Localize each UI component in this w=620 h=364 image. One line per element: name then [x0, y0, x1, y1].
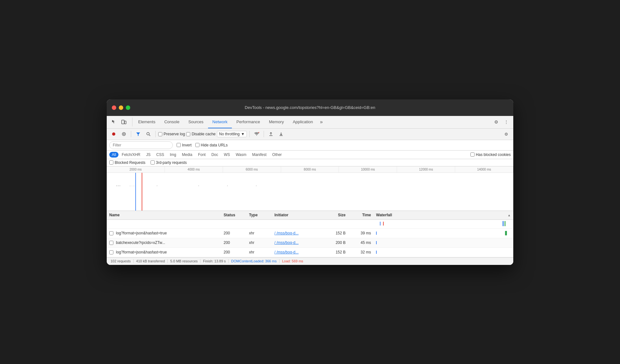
blocked-requests-option[interactable]: Blocked Requests — [109, 160, 145, 165]
record-button[interactable] — [109, 130, 118, 138]
timeline-mark-5: 10000 ms — [339, 166, 397, 172]
stop-button[interactable] — [119, 130, 128, 138]
invert-checkbox[interactable]: Invert — [177, 143, 192, 147]
maximize-button[interactable] — [126, 105, 130, 110]
more-tabs-button[interactable]: » — [317, 119, 325, 125]
header-status[interactable]: Status — [221, 213, 246, 217]
type-ws[interactable]: WS — [221, 152, 232, 158]
filter-input[interactable] — [109, 141, 173, 149]
row2-waterfall — [374, 238, 513, 247]
hide-data-urls-input[interactable] — [195, 143, 199, 147]
download-har-button[interactable] — [277, 130, 286, 138]
close-button[interactable] — [112, 105, 116, 110]
throttle-select[interactable]: No throttling ▼ — [217, 131, 247, 137]
tab-network[interactable]: Network — [208, 116, 232, 128]
type-img[interactable]: Img — [167, 152, 179, 158]
svg-line-8 — [149, 135, 150, 136]
third-party-input[interactable] — [151, 160, 155, 165]
network-toolbar: Preserve log Disable cache No throttling… — [107, 129, 513, 140]
tab-performance[interactable]: Performance — [232, 116, 264, 128]
type-manifest[interactable]: Manifest — [250, 152, 269, 158]
blocked-requests-input[interactable] — [109, 160, 113, 165]
dom-content-loaded-line — [135, 173, 136, 211]
type-other[interactable]: Other — [270, 152, 284, 158]
timeline-ruler: 2000 ms 4000 ms 6000 ms 8000 ms 10000 ms… — [107, 166, 513, 173]
hide-data-urls-checkbox[interactable]: Hide data URLs — [195, 143, 228, 147]
nav-bar: Elements Console Sources Network Perform… — [107, 116, 513, 129]
wifi-icon[interactable] — [252, 130, 261, 138]
row2-size: 200 B — [323, 240, 348, 245]
network-settings-icon[interactable]: ⚙ — [502, 130, 511, 138]
svg-point-2 — [112, 132, 115, 136]
header-type[interactable]: Type — [246, 213, 272, 217]
row2-time: 45 ms — [348, 240, 374, 245]
third-party-option[interactable]: 3rd-party requests — [151, 160, 187, 165]
has-blocked-cookies-label[interactable]: Has blocked cookies — [470, 152, 511, 157]
nav-settings: ⚙ ⋮ — [492, 118, 511, 126]
type-wasm[interactable]: Wasm — [233, 152, 249, 158]
invert-input[interactable] — [177, 143, 181, 147]
inspect-icon[interactable] — [109, 118, 118, 126]
table-row: batchexecute?rpcids=xZTw... 200 xhr / /m… — [107, 238, 513, 248]
preserve-log-checkbox[interactable]: Preserve log — [158, 132, 185, 136]
type-fetch-xhr[interactable]: Fetch/XHR — [119, 152, 143, 158]
type-doc[interactable]: Doc — [209, 152, 220, 158]
svg-rect-1 — [125, 121, 126, 124]
devtools-body: Elements Console Sources Network Perform… — [107, 116, 513, 265]
timeline-mark-1: 2000 ms — [107, 166, 165, 172]
has-blocked-cookies-input[interactable] — [470, 152, 475, 157]
header-name[interactable]: Name — [107, 213, 221, 217]
timeline-mark-6: 12000 ms — [397, 166, 455, 172]
timeline-chart[interactable]: • • • — — • • • • — [107, 173, 513, 211]
titlebar: DevTools - news.google.com/topstories?hl… — [107, 99, 513, 116]
tab-sources[interactable]: Sources — [184, 116, 208, 128]
header-waterfall[interactable]: Waterfall ▲ — [374, 213, 513, 217]
toolbar-separator-1 — [131, 131, 131, 137]
devtools-settings-icon[interactable]: ⚙ — [492, 118, 501, 126]
nav-tabs: Elements Console Sources Network Perform… — [134, 116, 492, 128]
disable-cache-checkbox[interactable]: Disable cache — [186, 132, 215, 136]
table-row: log?format=json&hasfast=true 200 xhr / /… — [107, 229, 513, 238]
type-all[interactable]: All — [109, 152, 118, 158]
tab-memory[interactable]: Memory — [265, 116, 288, 128]
waterfall-sort-icon: ▲ — [508, 213, 511, 217]
device-toggle-icon[interactable] — [119, 118, 128, 126]
devtools-more-icon[interactable]: ⋮ — [502, 118, 511, 126]
search-button[interactable] — [144, 130, 153, 138]
row3-waterfall — [374, 247, 513, 257]
row2-checkbox[interactable] — [109, 241, 113, 245]
toolbar-separator-3 — [249, 131, 250, 137]
filter-button[interactable] — [134, 130, 143, 138]
timeline-area: 2000 ms 4000 ms 6000 ms 8000 ms 10000 ms… — [107, 166, 513, 211]
type-js[interactable]: JS — [144, 152, 153, 158]
disable-cache-input[interactable] — [186, 132, 190, 136]
svg-rect-0 — [122, 120, 124, 124]
tab-application[interactable]: Application — [288, 116, 318, 128]
row3-status: 200 — [221, 250, 246, 254]
row3-checkbox[interactable] — [109, 250, 113, 254]
timeline-mark-2: 4000 ms — [165, 166, 223, 172]
type-css[interactable]: CSS — [154, 152, 167, 158]
header-size[interactable]: Size — [323, 213, 348, 217]
type-font[interactable]: Font — [195, 152, 208, 158]
row1-size: 152 B — [323, 231, 348, 235]
preserve-log-input[interactable] — [158, 132, 162, 136]
toolbar-separator-4 — [264, 131, 264, 137]
timeline-mark-7: 14000 ms — [455, 166, 513, 172]
load-time: Load: 569 ms — [280, 259, 306, 263]
upload-har-button[interactable] — [266, 130, 275, 138]
row3-size: 152 B — [323, 250, 348, 254]
tab-console[interactable]: Console — [160, 116, 184, 128]
header-time[interactable]: Time — [348, 213, 374, 217]
header-initiator[interactable]: Initiator — [272, 213, 323, 217]
type-media[interactable]: Media — [179, 152, 195, 158]
row1-initiator[interactable]: / /mss/boq-d... — [274, 231, 299, 235]
row1-checkbox[interactable] — [109, 231, 113, 235]
devtools-window: DevTools - news.google.com/topstories?hl… — [107, 99, 513, 265]
row3-initiator[interactable]: / /mss/boq-d... — [274, 250, 299, 254]
tab-elements[interactable]: Elements — [134, 116, 160, 128]
minimize-button[interactable] — [119, 105, 123, 110]
row2-initiator[interactable]: / /mss/boq-d... — [274, 240, 299, 245]
dom-content-loaded: DOMContentLoaded: 366 ms — [229, 259, 280, 263]
load-line — [142, 173, 142, 211]
